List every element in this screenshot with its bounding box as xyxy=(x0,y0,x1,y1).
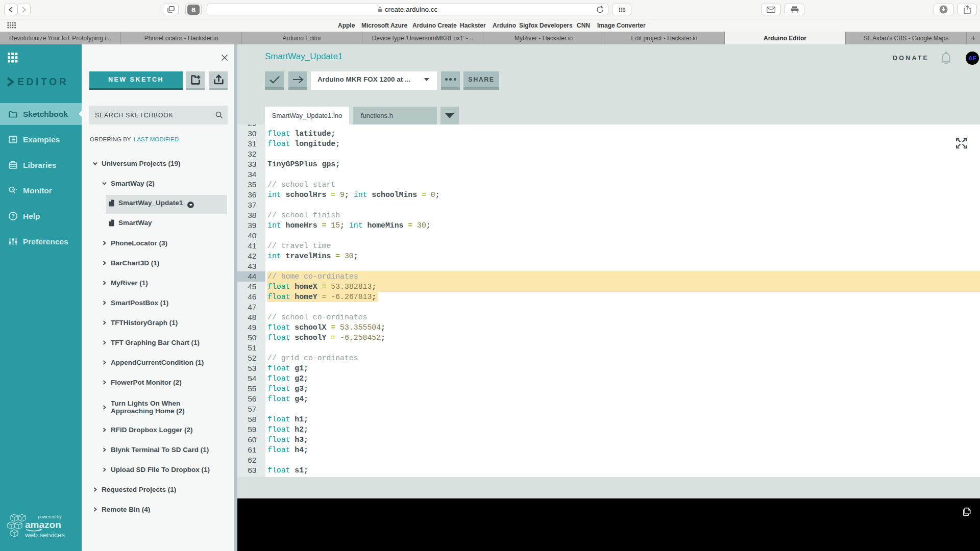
svg-text:amazon: amazon xyxy=(25,519,61,530)
svg-text:web services: web services xyxy=(24,531,65,539)
svg-text:powered by: powered by xyxy=(38,514,62,519)
svg-text:?: ? xyxy=(11,213,14,219)
